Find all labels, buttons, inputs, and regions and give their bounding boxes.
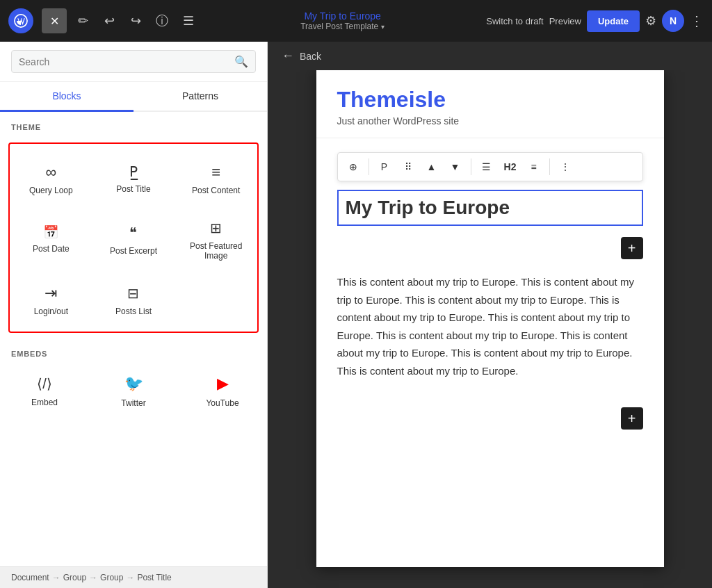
search-input-wrap: 🔍 <box>11 50 256 73</box>
embed-icon: ⟨/⟩ <box>37 375 52 392</box>
settings-icon[interactable]: ⚙ <box>645 13 656 28</box>
youtube-icon: ▶ <box>217 375 229 393</box>
breadcrumb-item-group2[interactable]: Group <box>100 573 123 582</box>
login-icon <box>44 284 57 301</box>
sidebar-content: THEME Query Loop P̲ Post Title Post Cont… <box>0 112 267 566</box>
list-view-icon[interactable]: ☰ <box>178 8 199 33</box>
back-bar[interactable]: ← Back <box>268 42 712 70</box>
add-block-button-top[interactable]: + <box>621 237 643 259</box>
preview-button[interactable]: Preview <box>549 16 581 26</box>
top-toolbar: ✕ ✏ ↩ ↪ ⓘ ☰ My Trip to Europe Travel Pos… <box>0 0 712 42</box>
embed-label-twitter: Twitter <box>121 398 145 408</box>
theme-section: Query Loop P̲ Post Title Post Content 📅 … <box>8 142 259 333</box>
breadcrumb-sep-3: → <box>126 573 134 582</box>
site-header: Themeisle Just another WordPress site <box>316 70 664 138</box>
post-title-link[interactable]: My Trip to Europe <box>304 10 381 22</box>
block-label-login: Login/out <box>34 307 68 316</box>
tabs-row: Blocks Patterns <box>0 82 267 112</box>
block-item-post-content[interactable]: Post Content <box>175 149 257 205</box>
canvas-area: Themeisle Just another WordPress site ⊕ … <box>268 70 712 588</box>
paragraph-tool[interactable]: P <box>373 156 396 178</box>
right-content: ← Back Themeisle Just another WordPress … <box>268 42 712 588</box>
redo-icon[interactable]: ↪ <box>125 8 146 33</box>
embed-label-embed: Embed <box>31 398 58 407</box>
back-arrow-icon: ← <box>282 49 294 63</box>
block-item-post-title[interactable]: P̲ Post Title <box>92 149 175 205</box>
search-input[interactable] <box>19 56 229 67</box>
search-bar: 🔍 <box>0 42 267 82</box>
embeds-section-label: EMBEDS <box>0 338 267 364</box>
post-content-text: This is content about my trip to Europe.… <box>337 273 643 379</box>
heading-tool[interactable]: H2 <box>499 156 521 178</box>
breadcrumb-sep-1: → <box>52 573 60 582</box>
block-mover-down[interactable]: ▼ <box>444 156 467 178</box>
main-layout: 🔍 Blocks Patterns THEME Query Loop P̲ Po… <box>0 42 712 588</box>
embed-item-embed[interactable]: ⟨/⟩ Embed <box>0 364 89 416</box>
post-editing-area: ⊕ P ⠿ ▲ ▼ ☰ H2 ≡ ⋮ <box>316 138 664 443</box>
block-item-post-excerpt[interactable]: Post Excerpt <box>92 205 175 270</box>
edit-icon[interactable]: ✏ <box>72 8 93 33</box>
block-item-query-loop[interactable]: Query Loop <box>10 149 92 205</box>
theme-section-label: THEME <box>0 112 267 137</box>
block-label-post-excerpt: Post Excerpt <box>110 246 157 256</box>
breadcrumb: Document → Group → Group → Post Title <box>0 566 267 588</box>
toolbar-divider-2 <box>471 158 471 175</box>
block-label-query-loop: Query Loop <box>29 186 73 195</box>
post-featured-icon <box>210 219 222 236</box>
breadcrumb-item-group1[interactable]: Group <box>63 573 86 582</box>
back-label: Back <box>300 51 321 62</box>
block-item-post-featured-image[interactable]: Post Featured Image <box>175 205 257 270</box>
post-title-input[interactable] <box>337 190 643 226</box>
breadcrumb-item-post-title[interactable]: Post Title <box>137 573 171 582</box>
more-options-icon[interactable]: ⋮ <box>690 13 704 29</box>
page-canvas: Themeisle Just another WordPress site ⊕ … <box>316 70 664 567</box>
toolbar-divider-3 <box>549 158 550 175</box>
embed-label-youtube: YouTube <box>206 398 238 408</box>
switch-draft-button[interactable]: Switch to draft <box>486 16 543 26</box>
template-row: Travel Post Template ▾ <box>300 22 385 31</box>
posts-list-icon <box>127 284 139 301</box>
drag-handle[interactable]: ⠿ <box>397 156 419 178</box>
template-name: Travel Post Template <box>300 22 378 31</box>
toolbar-right: Switch to draft Preview Update ⚙ N ⋮ <box>486 10 704 32</box>
user-avatar[interactable]: N <box>662 10 684 32</box>
tab-patterns[interactable]: Patterns <box>134 82 267 112</box>
site-title: Themeisle <box>337 87 643 113</box>
block-label-post-content: Post Content <box>192 186 240 195</box>
block-item-posts-list[interactable]: Posts List <box>92 270 175 326</box>
block-label-posts-list: Posts List <box>115 307 152 316</box>
search-icon: 🔍 <box>234 55 248 68</box>
block-item-login[interactable]: Login/out <box>10 270 92 326</box>
undo-icon[interactable]: ↩ <box>99 8 120 33</box>
embed-item-twitter[interactable]: 🐦 Twitter <box>89 364 178 416</box>
post-excerpt-icon <box>129 224 137 240</box>
close-button[interactable]: ✕ <box>42 8 67 33</box>
update-button[interactable]: Update <box>587 10 640 32</box>
template-chevron-icon[interactable]: ▾ <box>381 23 385 31</box>
post-title-icon: P̲ <box>129 165 138 179</box>
info-icon[interactable]: ⓘ <box>152 8 172 33</box>
site-tagline: Just another WordPress site <box>337 115 643 126</box>
more-block-options[interactable]: ⋮ <box>554 156 576 178</box>
breadcrumb-item-document[interactable]: Document <box>11 573 49 582</box>
block-item-post-date[interactable]: 📅 Post Date <box>10 205 92 270</box>
embed-item-youtube[interactable]: ▶ YouTube <box>178 364 267 416</box>
twitter-icon: 🐦 <box>124 375 143 393</box>
toolbar-divider-1 <box>369 158 369 175</box>
add-block-button-bottom[interactable]: + <box>621 407 643 430</box>
link-tool[interactable]: ⊕ <box>342 156 364 178</box>
blocks-grid: Query Loop P̲ Post Title Post Content 📅 … <box>10 149 257 326</box>
block-toolbar: ⊕ P ⠿ ▲ ▼ ☰ H2 ≡ ⋮ <box>337 152 643 181</box>
post-date-icon: 📅 <box>43 226 58 238</box>
text-align-tool[interactable]: ≡ <box>523 156 545 178</box>
title-area: My Trip to Europe Travel Post Template ▾ <box>204 10 480 31</box>
wp-logo-icon[interactable] <box>8 8 33 33</box>
embeds-grid: ⟨/⟩ Embed 🐦 Twitter ▶ YouTube <box>0 364 267 416</box>
block-label-post-date: Post Date <box>33 244 70 254</box>
tab-blocks[interactable]: Blocks <box>0 82 134 112</box>
align-tool[interactable]: ☰ <box>476 156 498 178</box>
breadcrumb-sep-2: → <box>89 573 97 582</box>
block-mover-up[interactable]: ▲ <box>421 156 443 178</box>
block-label-post-title: Post Title <box>116 184 150 194</box>
block-label-post-featured-image: Post Featured Image <box>180 241 252 261</box>
